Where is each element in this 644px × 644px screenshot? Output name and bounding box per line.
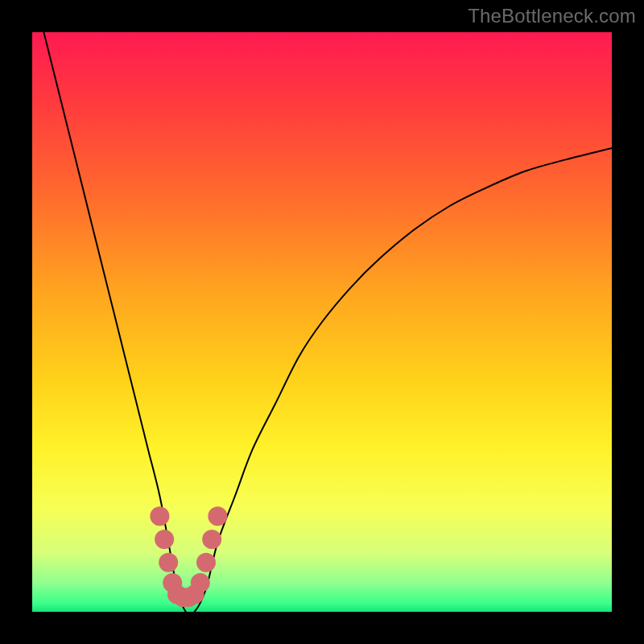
chart-frame: TheBottleneck.com [0, 0, 644, 644]
valley-marker [159, 553, 178, 572]
valley-marker [196, 553, 216, 572]
valley-marker [150, 506, 169, 526]
valley-marker [202, 530, 221, 549]
watermark-text: TheBottleneck.com [468, 5, 636, 27]
valley-marker [208, 506, 227, 526]
bottleneck-chart [0, 0, 644, 644]
valley-marker [155, 530, 174, 549]
valley-marker [191, 573, 210, 592]
